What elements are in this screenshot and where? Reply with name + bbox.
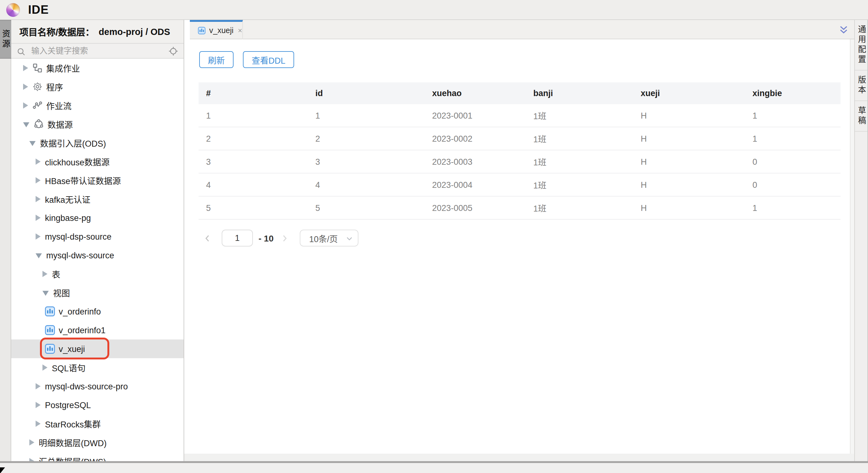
tree-item-v_xueji[interactable]: v_xueji bbox=[11, 339, 184, 358]
pagination: - 10 10条/页 bbox=[204, 230, 850, 246]
tree-item-v_orderinfo[interactable]: v_orderinfo bbox=[11, 302, 184, 321]
tree-item-label: v_orderinfo1 bbox=[59, 326, 105, 335]
view-icon bbox=[45, 344, 55, 354]
tree-item-label: 表 bbox=[52, 268, 60, 280]
column-header: xueji bbox=[633, 82, 745, 104]
page-size-select[interactable]: 10条/页 bbox=[300, 230, 359, 246]
tree-item-clickhouse-[interactable]: clickhouse数据源 bbox=[11, 152, 184, 171]
tree-item-StarRocks-[interactable]: StarRocks集群 bbox=[11, 414, 184, 433]
table-cell: 2023-0005 bbox=[425, 196, 526, 219]
chevron-right-icon[interactable] bbox=[36, 402, 40, 408]
page-number-input[interactable] bbox=[222, 230, 253, 246]
tree-item--[interactable]: 视图 bbox=[11, 283, 184, 302]
tree-item-label: kafka无认证 bbox=[45, 193, 91, 205]
tree-item-HBase-[interactable]: HBase带认证数据源 bbox=[11, 171, 184, 190]
chevron-down-icon bbox=[346, 234, 353, 242]
tab-close-icon[interactable]: × bbox=[238, 27, 242, 34]
locate-icon[interactable] bbox=[168, 46, 178, 56]
chevron-right-icon[interactable] bbox=[23, 102, 28, 109]
view-detail-content: 刷新查看DDL #idxuehaobanjixuejixingbie 11202… bbox=[190, 39, 850, 454]
column-header: banji bbox=[526, 82, 633, 104]
table-cell: 0 bbox=[745, 173, 840, 196]
tree-item-kingbase-pg[interactable]: kingbase-pg bbox=[11, 208, 184, 227]
collapse-panel-icon[interactable] bbox=[839, 25, 848, 34]
chevron-right-icon[interactable] bbox=[36, 215, 40, 221]
tree-item-mysql-dsp-source[interactable]: mysql-dsp-source bbox=[11, 227, 184, 246]
chevron-down-icon[interactable] bbox=[23, 122, 29, 127]
tree-item-kafka-[interactable]: kafka无认证 bbox=[11, 190, 184, 208]
rail-item-version[interactable]: 版本 bbox=[855, 70, 867, 101]
tree-item--DWS-[interactable]: 汇总数据层(DWS) bbox=[11, 452, 184, 461]
chevron-right-icon[interactable] bbox=[36, 383, 40, 390]
chevron-right-icon[interactable] bbox=[23, 83, 28, 90]
chevron-right-icon[interactable] bbox=[29, 439, 34, 445]
chevron-right-icon[interactable] bbox=[36, 233, 40, 240]
view-ddl-button[interactable]: 查看DDL bbox=[243, 51, 294, 68]
view-icon bbox=[45, 325, 55, 335]
chevron-right-icon[interactable] bbox=[23, 65, 28, 71]
chevron-right-icon[interactable] bbox=[29, 458, 34, 461]
table-row: 552023-00051班H1 bbox=[198, 196, 840, 219]
tree-item-PostgreSQL[interactable]: PostgreSQL bbox=[11, 396, 184, 414]
table-cell: 2023-0002 bbox=[425, 127, 526, 150]
tree-item-label: 作业流 bbox=[46, 99, 71, 112]
mouse-cursor bbox=[0, 467, 5, 473]
explorer-header-label: 项目名称/数据层： bbox=[19, 25, 94, 38]
tree-item--[interactable]: 集成作业 bbox=[11, 59, 184, 77]
tree-item--DWD-[interactable]: 明细数据层(DWD) bbox=[11, 433, 184, 452]
tree-item-label: 集成作业 bbox=[46, 62, 80, 74]
chevron-down-icon[interactable] bbox=[29, 141, 36, 146]
chevron-right-icon[interactable] bbox=[36, 420, 40, 427]
table-cell: 2 bbox=[198, 127, 308, 150]
search-input[interactable] bbox=[30, 45, 168, 56]
table-cell: H bbox=[633, 104, 745, 127]
rail-tab-resources[interactable]: 资源 bbox=[0, 20, 11, 59]
left-rail: 资源 bbox=[0, 20, 11, 461]
chevron-down-icon[interactable] bbox=[42, 291, 49, 296]
chevron-right-icon[interactable] bbox=[36, 159, 40, 165]
table-cell: 1班 bbox=[526, 127, 633, 150]
table-cell: H bbox=[633, 127, 745, 150]
tree-item-v_orderinfo1[interactable]: v_orderinfo1 bbox=[11, 321, 184, 339]
tree-item-label: 视图 bbox=[53, 286, 70, 299]
tree-item-label: 汇总数据层(DWS) bbox=[39, 455, 106, 461]
tree-item--[interactable]: 作业流 bbox=[11, 96, 184, 115]
table-cell: 4 bbox=[198, 173, 308, 196]
content-bottom-strip bbox=[184, 454, 854, 461]
tree-item-mysql-dws-source-pro[interactable]: mysql-dws-source-pro bbox=[11, 377, 184, 396]
tree-item--ODS-[interactable]: 数据引入层(ODS) bbox=[11, 134, 184, 152]
tree-item--[interactable]: 表 bbox=[11, 265, 184, 283]
tree-item-label: StarRocks集群 bbox=[45, 417, 101, 430]
tab-v-xueji[interactable]: v_xueji × bbox=[190, 20, 243, 39]
table-cell: H bbox=[633, 150, 745, 173]
chevron-down-icon[interactable] bbox=[36, 253, 42, 258]
toolbar: 刷新查看DDL bbox=[199, 51, 850, 68]
refresh-button[interactable]: 刷新 bbox=[199, 51, 234, 68]
chevron-right-icon[interactable] bbox=[36, 177, 40, 183]
rail-item-general-config[interactable]: 通用配置 bbox=[855, 20, 867, 70]
resource-tree: 集成作业程序作业流数据源数据引入层(ODS)clickhouse数据源HBase… bbox=[11, 59, 184, 461]
vertical-scrollbar[interactable] bbox=[850, 39, 854, 454]
table-cell: 5 bbox=[308, 196, 425, 219]
tree-item--[interactable]: 数据源 bbox=[11, 115, 184, 134]
tree-item-mysql-dws-source[interactable]: mysql-dws-source bbox=[11, 246, 184, 265]
chevron-right-icon[interactable] bbox=[42, 271, 48, 277]
page-prev-icon[interactable] bbox=[204, 234, 211, 242]
table-cell: 1 bbox=[308, 104, 425, 127]
table-cell: 2023-0001 bbox=[425, 104, 526, 127]
chevron-right-icon[interactable] bbox=[36, 196, 40, 202]
explorer-header-value: demo-proj / ODS bbox=[99, 27, 170, 36]
tree-item-label: kingbase-pg bbox=[45, 213, 91, 223]
tab-label: v_xueji bbox=[209, 26, 234, 35]
rail-item-draft[interactable]: 草稿 bbox=[855, 101, 867, 132]
tree-item-label: 明细数据层(DWD) bbox=[39, 436, 106, 449]
page-next-icon[interactable] bbox=[281, 234, 288, 242]
table-cell: 5 bbox=[198, 196, 308, 219]
column-header: id bbox=[308, 82, 425, 104]
tree-item-SQL-[interactable]: SQL语句 bbox=[11, 358, 184, 377]
integration-icon bbox=[32, 63, 42, 73]
tree-item--[interactable]: 程序 bbox=[11, 77, 184, 96]
explorer-header: 项目名称/数据层： demo-proj / ODS bbox=[11, 20, 184, 44]
chevron-right-icon[interactable] bbox=[42, 364, 48, 371]
table-cell: 3 bbox=[308, 150, 425, 173]
